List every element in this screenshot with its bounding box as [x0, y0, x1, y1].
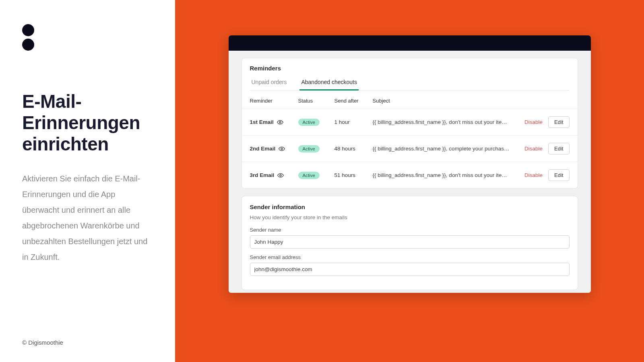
logo-colon-icon	[22, 24, 153, 51]
col-send-after: Send after	[334, 98, 373, 104]
col-reminder: Reminder	[250, 98, 298, 104]
edit-button[interactable]: Edit	[548, 169, 569, 181]
edit-button[interactable]: Edit	[548, 143, 569, 154]
preview-eye-icon[interactable]	[277, 119, 283, 125]
reminders-title: Reminders	[250, 65, 570, 72]
table-row: 3rd Email Active 51 hours {{ billing_add…	[242, 162, 578, 188]
reminder-label: 1st Email	[250, 119, 274, 125]
disable-link[interactable]: Disable	[524, 172, 543, 178]
sender-name-label: Sender name	[250, 227, 570, 233]
col-subject: Subject	[373, 98, 513, 104]
sender-email-input[interactable]	[250, 263, 570, 276]
send-after-value: 1 hour	[334, 119, 373, 125]
col-status: Status	[298, 98, 334, 104]
status-badge: Active	[298, 172, 320, 179]
tab-unpaid-orders[interactable]: Unpaid orders	[250, 76, 289, 90]
tab-abandoned-checkouts[interactable]: Abandoned checkouts	[299, 76, 359, 90]
svg-point-2	[280, 175, 281, 176]
sender-subtitle: How you identify your store in the email…	[250, 214, 570, 220]
disable-link[interactable]: Disable	[524, 119, 543, 125]
send-after-value: 48 hours	[334, 146, 373, 152]
svg-point-1	[281, 148, 283, 150]
table-header: Reminder Status Send after Subject	[242, 90, 578, 109]
preview-eye-icon[interactable]	[277, 172, 284, 179]
subject-text: {{ billing_address.first_name }}, don't …	[373, 172, 510, 178]
reminder-label: 3rd Email	[250, 172, 275, 178]
sender-card: Sender information How you identify your…	[242, 196, 578, 290]
reminders-table: Reminder Status Send after Subject 1st E…	[242, 90, 578, 188]
sender-email-label: Sender email address	[250, 254, 570, 260]
slide-headline: E-Mail-Erinnerungen einrichten	[22, 91, 153, 155]
subject-text: {{ billing_address.first_name }}, comple…	[373, 146, 510, 152]
status-badge: Active	[298, 145, 320, 152]
table-row: 1st Email Active 1 hour {{ billing_addre…	[242, 109, 578, 136]
slide-credit: © Digismoothie	[22, 339, 63, 346]
preview-eye-icon[interactable]	[279, 146, 285, 152]
reminders-card: Reminders Unpaid orders Abandoned checko…	[242, 58, 578, 189]
slide-left-panel: E-Mail-Erinnerungen einrichten Aktiviere…	[0, 0, 175, 362]
app-window: Reminders Unpaid orders Abandoned checko…	[229, 35, 591, 293]
svg-point-0	[279, 121, 281, 123]
sender-name-input[interactable]	[250, 235, 570, 249]
status-badge: Active	[298, 119, 320, 126]
app-titlebar	[229, 35, 591, 51]
slide-right-panel: Reminders Unpaid orders Abandoned checko…	[175, 0, 644, 362]
edit-button[interactable]: Edit	[548, 116, 569, 128]
subject-text: {{ billing_address.first_name }}, don't …	[373, 119, 510, 125]
app-body: Reminders Unpaid orders Abandoned checko…	[229, 51, 591, 290]
sender-title: Sender information	[250, 204, 570, 210]
tabs: Unpaid orders Abandoned checkouts	[250, 76, 570, 90]
reminder-label: 2nd Email	[250, 146, 276, 152]
send-after-value: 51 hours	[334, 172, 373, 178]
table-row: 2nd Email Active 48 hours {{ billing_add…	[242, 136, 578, 162]
slide-description: Aktivieren Sie einfach die E-Mail-Erinne…	[22, 171, 153, 265]
disable-link[interactable]: Disable	[524, 146, 543, 152]
